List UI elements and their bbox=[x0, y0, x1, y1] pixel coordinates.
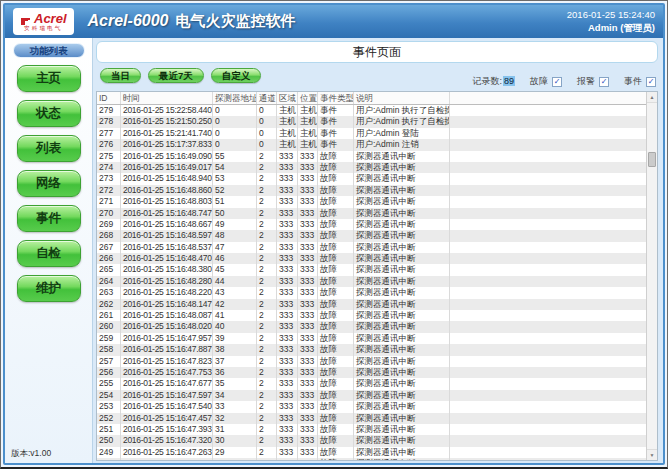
filter-event[interactable]: 事件✓ bbox=[624, 75, 656, 88]
table-row[interactable]: 2742016-01-25 15:16:49.017542333333故障探测器… bbox=[97, 162, 646, 173]
table-cell: 268 bbox=[97, 230, 121, 241]
table-cell: 32 bbox=[213, 413, 257, 424]
table-row[interactable]: 2792016-01-25 15:22:58.44000主机主机事件用户:Adm… bbox=[97, 105, 646, 116]
table-row[interactable]: 2672016-01-25 15:16:48.537472333333故障探测器… bbox=[97, 242, 646, 253]
sidebar-item-status[interactable]: 状态 bbox=[17, 100, 81, 127]
table-cell: 333 bbox=[277, 185, 298, 196]
scrollbar-thumb[interactable] bbox=[648, 152, 656, 167]
table-cell: 故障 bbox=[318, 310, 354, 321]
table-cell: 333 bbox=[277, 413, 298, 424]
table-row[interactable]: 2582016-01-25 15:16:47.887382333333故障探测器… bbox=[97, 344, 646, 355]
table-cell: 333 bbox=[298, 356, 318, 367]
table-cell: 262 bbox=[97, 299, 121, 310]
table-cell: 用户:Admin 执行了自检操作 bbox=[354, 105, 450, 116]
table-cell: 270 bbox=[97, 208, 121, 219]
sidebar-item-maintain[interactable]: 维护 bbox=[17, 275, 81, 302]
table-row[interactable]: 2622016-01-25 15:16:48.147422333333故障探测器… bbox=[97, 299, 646, 310]
table-cell: 276 bbox=[97, 139, 121, 150]
table-cell: 333 bbox=[277, 356, 298, 367]
table-cell: 37 bbox=[213, 356, 257, 367]
table-cell: 故障 bbox=[318, 253, 354, 264]
table-row[interactable]: 2782016-01-25 15:21:50.25000主机主机事件用户:Adm… bbox=[97, 116, 646, 127]
table-cell: 主机 bbox=[298, 128, 318, 139]
table-cell: 主机 bbox=[277, 105, 298, 116]
table-row[interactable]: 2502016-01-25 15:16:47.320302333333故障探测器… bbox=[97, 435, 646, 446]
table-cell: 48 bbox=[213, 230, 257, 241]
table-row[interactable]: 2562016-01-25 15:16:47.753362333333故障探测器… bbox=[97, 367, 646, 378]
table-cell: 333 bbox=[298, 367, 318, 378]
column-header-7[interactable]: 说明 bbox=[354, 92, 450, 104]
table-cell: 2016-01-25 15:16:49.090 bbox=[121, 151, 213, 162]
sidebar-item-events[interactable]: 事件 bbox=[17, 205, 81, 232]
table-row[interactable]: 2482016-01-25 15:16:47.190282333333故障探测器… bbox=[97, 458, 646, 460]
column-header-6[interactable]: 事件类型 bbox=[318, 92, 354, 104]
table-cell: 探测器通讯中断 bbox=[354, 401, 450, 412]
column-header-5[interactable]: 位置 bbox=[298, 92, 318, 104]
column-header-2[interactable]: 探测器地址 bbox=[213, 92, 257, 104]
table-row[interactable]: 2732016-01-25 15:16:48.940532333333故障探测器… bbox=[97, 173, 646, 184]
table-cell: 故障 bbox=[318, 242, 354, 253]
table-scrollbar[interactable]: ▲ ▼ bbox=[646, 92, 657, 460]
table-cell: 53 bbox=[213, 173, 257, 184]
filter-button-today[interactable]: 当日 bbox=[100, 68, 141, 83]
table-cell: 探测器通讯中断 bbox=[354, 208, 450, 219]
table-row[interactable]: 2572016-01-25 15:16:47.823372333333故障探测器… bbox=[97, 356, 646, 367]
page-title: 事件页面 bbox=[96, 41, 658, 63]
sidebar-item-network[interactable]: 网络 bbox=[17, 170, 81, 197]
table-row[interactable]: 2702016-01-25 15:16:48.747502333333故障探测器… bbox=[97, 208, 646, 219]
column-header-0[interactable]: ID bbox=[97, 92, 121, 104]
table-row[interactable]: 2612016-01-25 15:16:48.087412333333故障探测器… bbox=[97, 310, 646, 321]
table-row[interactable]: 2772016-01-25 15:21:41.74000主机主机事件用户:Adm… bbox=[97, 128, 646, 139]
table-row[interactable]: 2542016-01-25 15:16:47.597342333333故障探测器… bbox=[97, 390, 646, 401]
table-cell: 事件 bbox=[318, 105, 354, 116]
table-row[interactable]: 2762016-01-25 15:17:37.83300主机主机事件用户:Adm… bbox=[97, 139, 646, 150]
sidebar-item-home[interactable]: 主页 bbox=[17, 65, 81, 92]
scroll-up-icon[interactable]: ▲ bbox=[647, 92, 657, 103]
table-cell: 2016-01-25 15:16:47.597 bbox=[121, 390, 213, 401]
column-header-1[interactable]: 时间 bbox=[121, 92, 213, 104]
filter-alarm[interactable]: 报警✓ bbox=[577, 75, 609, 88]
table-cell: 探测器通讯中断 bbox=[354, 242, 450, 253]
table-cell: 333 bbox=[298, 435, 318, 446]
table-row[interactable]: 2632016-01-25 15:16:48.220432333333故障探测器… bbox=[97, 287, 646, 298]
table-row[interactable]: 2512016-01-25 15:16:47.393312333333故障探测器… bbox=[97, 424, 646, 435]
table-row[interactable]: 2492016-01-25 15:16:47.263292333333故障探测器… bbox=[97, 447, 646, 458]
sidebar-item-selfcheck[interactable]: 自检 bbox=[17, 240, 81, 267]
scroll-down-icon[interactable]: ▼ bbox=[647, 449, 657, 460]
sidebar-item-list[interactable]: 列表 bbox=[17, 135, 81, 162]
table-row[interactable]: 2602016-01-25 15:16:48.020402333333故障探测器… bbox=[97, 321, 646, 332]
table-cell: 251 bbox=[97, 424, 121, 435]
filter-event-checkbox[interactable]: ✓ bbox=[646, 77, 656, 87]
table-cell: 2 bbox=[257, 424, 277, 435]
table-cell: 主机 bbox=[298, 116, 318, 127]
table-row[interactable]: 2592016-01-25 15:16:47.957392333333故障探测器… bbox=[97, 333, 646, 344]
table-cell: 52 bbox=[213, 185, 257, 196]
table-cell: 主机 bbox=[298, 105, 318, 116]
filter-button-last7days[interactable]: 最近7天 bbox=[148, 68, 204, 83]
column-header-3[interactable]: 通道 bbox=[257, 92, 277, 104]
table-cell: 333 bbox=[277, 264, 298, 275]
table-cell: 探测器通讯中断 bbox=[354, 151, 450, 162]
table-cell: 故障 bbox=[318, 435, 354, 446]
table-cell-filler bbox=[450, 185, 646, 196]
table-row[interactable]: 2722016-01-25 15:16:48.860522333333故障探测器… bbox=[97, 185, 646, 196]
table-row[interactable]: 2682016-01-25 15:16:48.597482333333故障探测器… bbox=[97, 230, 646, 241]
records-counter: 记录数:89 bbox=[472, 75, 515, 88]
table-cell: 2 bbox=[257, 435, 277, 446]
table-row[interactable]: 2752016-01-25 15:16:49.090552333333故障探测器… bbox=[97, 151, 646, 162]
filter-fault[interactable]: 故障✓ bbox=[530, 75, 562, 88]
filter-alarm-checkbox[interactable]: ✓ bbox=[599, 77, 609, 87]
table-cell: 2016-01-25 15:16:48.380 bbox=[121, 264, 213, 275]
column-header-4[interactable]: 区域 bbox=[277, 92, 298, 104]
table-row[interactable]: 2692016-01-25 15:16:48.667492333333故障探测器… bbox=[97, 219, 646, 230]
filter-button-custom[interactable]: 自定义 bbox=[211, 68, 262, 83]
filter-fault-checkbox[interactable]: ✓ bbox=[552, 77, 562, 87]
table-row[interactable]: 2712016-01-25 15:16:48.803512333333故障探测器… bbox=[97, 196, 646, 207]
table-row[interactable]: 2532016-01-25 15:16:47.540332333333故障探测器… bbox=[97, 401, 646, 412]
table-row[interactable]: 2552016-01-25 15:16:47.677352333333故障探测器… bbox=[97, 378, 646, 389]
table-row[interactable]: 2522016-01-25 15:16:47.457322333333故障探测器… bbox=[97, 413, 646, 424]
table-row[interactable]: 2652016-01-25 15:16:48.380452333333故障探测器… bbox=[97, 264, 646, 275]
table-row[interactable]: 2642016-01-25 15:16:48.280442333333故障探测器… bbox=[97, 276, 646, 287]
table-cell: 0 bbox=[213, 139, 257, 150]
table-row[interactable]: 2662016-01-25 15:16:48.470462333333故障探测器… bbox=[97, 253, 646, 264]
